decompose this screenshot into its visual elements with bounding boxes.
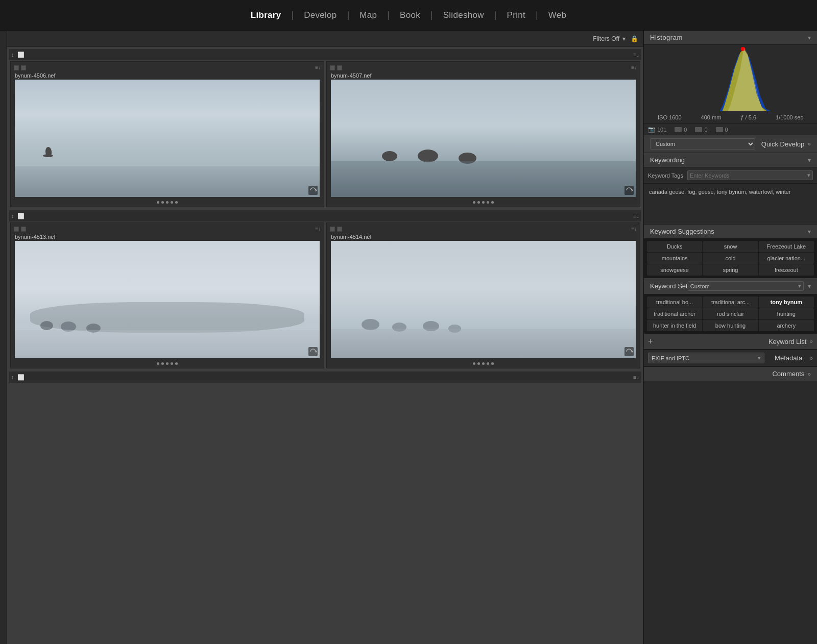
histogram-svg (644, 45, 817, 111)
photo-frame-4514 (331, 241, 636, 358)
photo-dot (161, 201, 164, 204)
preset-row: Custom (650, 138, 755, 150)
lock-icon[interactable]: 🔒 (631, 35, 638, 42)
photo-dot (487, 362, 489, 365)
photo-frame-4513 (15, 241, 320, 358)
keyword-list-expand-icon: » (809, 338, 813, 345)
row2-top-toolbar: ↕ ⬜ ≡↓ (9, 210, 641, 221)
comments-header[interactable]: Comments » (644, 367, 817, 381)
nav-book[interactable]: Book (391, 0, 429, 31)
keyword-suggestions-header[interactable]: Keyword Suggestions ▾ (644, 225, 817, 239)
suggestion-snow[interactable]: snow (703, 241, 758, 252)
photo-image-4506 (15, 80, 320, 197)
kset-btn-rod-sinclair[interactable]: rod sinclair (703, 308, 758, 319)
photo-image-4514 (331, 241, 636, 358)
comments-expand-icon: » (807, 370, 811, 378)
metadata-row: EXIF and IPTC ▾ Metadata » (644, 350, 817, 366)
kset-btn-tony-bynum[interactable]: tony bynum (759, 296, 814, 308)
suggestion-cold[interactable]: cold (703, 253, 758, 264)
photo-dots-4513 (13, 360, 322, 367)
metadata-format-select[interactable]: EXIF and IPTC ▾ (648, 353, 764, 363)
keyword-tags-row: Keyword Tags ▾ (644, 167, 817, 184)
keyword-set-label: Keyword Set (650, 282, 688, 290)
kset-dropdown-icon[interactable]: ▾ (798, 283, 801, 289)
keyword-input[interactable] (690, 172, 807, 179)
quick-develop-header[interactable]: Custom Quick Develop » (644, 135, 817, 153)
keyword-suggestions-section: Ducks snow Freezeout Lake mountains cold… (644, 239, 817, 278)
kset-select-text: Custom (690, 283, 798, 289)
keyword-set-section: traditional bo... traditional arc... ton… (644, 294, 817, 334)
photo-dots-4506 (13, 199, 322, 206)
exif-iso: ISO 1600 (658, 114, 681, 120)
photo-dot (157, 201, 159, 204)
kset-btn-archery[interactable]: archery (759, 320, 814, 331)
quick-develop-title: Quick Develop (761, 140, 805, 148)
photo-cell-4506[interactable]: ≡↓ bynum-4506.nef (10, 61, 324, 207)
photo-dots-4507 (329, 199, 638, 206)
kset-btn-traditional-archer[interactable]: traditional archer (647, 308, 702, 319)
kset-expand-icon: ▾ (808, 283, 811, 290)
preset-select[interactable]: Custom (650, 138, 755, 150)
filter-text[interactable]: Filters Off (593, 35, 619, 42)
nav-slideshow[interactable]: Slideshow (434, 0, 493, 31)
nav-sep-4: | (429, 10, 434, 20)
suggestion-freezeout[interactable]: freezeout (759, 264, 814, 276)
rotate-badge-4506 (308, 186, 318, 195)
metadata-expand-icon: » (809, 355, 813, 362)
photo-cell-4514[interactable]: ≡↓ bynum-4514.nef (326, 222, 640, 368)
nav-sep-2: | (346, 10, 351, 20)
photo-dot (477, 362, 480, 365)
filter-dropdown-icon[interactable]: ▾ (622, 35, 626, 42)
nav-print[interactable]: Print (498, 0, 535, 31)
nav-map[interactable]: Map (350, 0, 386, 31)
kset-select-wrapper[interactable]: Custom ▾ (688, 281, 804, 291)
suggestion-freezeout-lake[interactable]: Freezeout Lake (759, 241, 814, 252)
kset-btn-traditional-arc[interactable]: traditional arc... (703, 296, 758, 308)
row3-sort-icon: ≡↓ (633, 374, 639, 380)
left-panel (0, 31, 7, 644)
histogram-panel-header[interactable]: Histogram ▾ (644, 31, 817, 45)
suggestion-glacier[interactable]: glacier nation... (759, 253, 814, 264)
photo-dots-4514 (329, 360, 638, 367)
suggestion-snowgeese[interactable]: snowgeese (647, 264, 702, 276)
keyword-list-header[interactable]: + Keyword List » (644, 334, 817, 350)
rotate-badge-4513 (308, 347, 318, 356)
kset-btn-hunter-in-field[interactable]: hunter in the field (647, 320, 702, 331)
kset-btn-bow-hunting[interactable]: bow hunting (703, 320, 758, 331)
nav-library[interactable]: Library (242, 0, 291, 31)
nav-sep-3: | (386, 10, 391, 20)
row1-left-icon2: ⬜ (17, 52, 25, 58)
count-stack1: 0 (675, 127, 687, 133)
kset-btn-hunting[interactable]: hunting (759, 308, 814, 319)
count-stack2: 0 (695, 127, 707, 133)
histogram-chevron-icon: ▾ (808, 34, 811, 41)
right-panel: Histogram ▾ ISO 1600 400 mm ƒ / 5.6 (643, 31, 817, 644)
keyword-list-section: + Keyword List » (644, 334, 817, 350)
keywording-title: Keywording (650, 156, 685, 164)
metadata-format-dropdown-icon[interactable]: ▾ (758, 355, 761, 361)
row3-top-toolbar: ↕ ⬜ ≡↓ (9, 371, 641, 383)
photo-frame-4506 (15, 80, 320, 197)
keyword-suggestions-title: Keyword Suggestions (650, 228, 714, 235)
kset-btn-traditional-bo[interactable]: traditional bo... (647, 296, 702, 308)
photo-dot (491, 362, 494, 365)
nav-develop[interactable]: Develop (295, 0, 346, 31)
photo-cell-4513[interactable]: ≡↓ bynum-4513.nef (10, 222, 324, 368)
keyword-set-header[interactable]: Keyword Set Custom ▾ ▾ (644, 278, 817, 294)
photo-dot (482, 201, 485, 204)
photo-cell-4507[interactable]: ≡↓ bynum-4507.nef (326, 61, 640, 207)
nav-web[interactable]: Web (539, 0, 576, 31)
count-camera-value: 101 (657, 127, 666, 133)
photo-filename-4507: bynum-4507.nef (329, 71, 638, 80)
photo-cell-inner-4513: ≡↓ bynum-4513.nef (11, 223, 324, 368)
suggestion-spring[interactable]: spring (703, 264, 758, 276)
count-stack3: 0 (716, 127, 728, 133)
suggestion-ducks[interactable]: Ducks (647, 241, 702, 252)
keyword-suggestions-chevron-icon: ▾ (808, 228, 811, 235)
keywording-header[interactable]: Keywording ▾ (644, 153, 817, 167)
keyword-list-add-button[interactable]: + (648, 337, 653, 346)
keyword-dropdown-icon[interactable]: ▾ (807, 172, 810, 179)
photo-grid-container: Filters Off ▾ 🔒 ↕ ⬜ ≡↓ (7, 31, 643, 644)
suggestion-mountains[interactable]: mountains (647, 253, 702, 264)
nav-sep-1: | (290, 10, 295, 20)
